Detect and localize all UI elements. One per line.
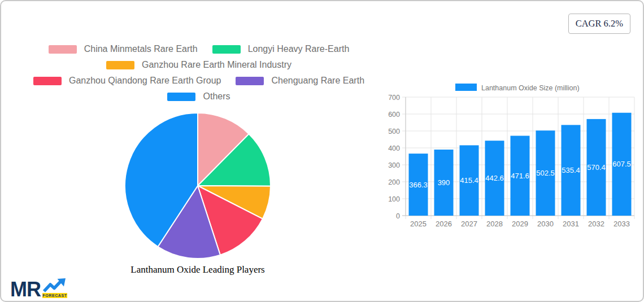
legend-label: China Minmetals Rare Earth: [84, 44, 198, 54]
legend-item: Ganzhou Qiandong Rare Earth Group: [33, 76, 221, 86]
report-chart-card: CAGR 6.2% China Minmetals Rare EarthLong…: [0, 0, 644, 302]
y-tick-label: 0: [396, 212, 400, 220]
bar-value-label: 535.4: [562, 166, 580, 174]
legend-swatch-icon: [236, 77, 264, 85]
bar-value-label: 390: [438, 178, 450, 187]
x-tick-label: 2031: [563, 220, 579, 228]
logo-badge: FORECAST: [42, 293, 67, 298]
bar-value-label: 366.3: [409, 181, 428, 189]
legend-row: China Minmetals Rare EarthLongyi Heavy R…: [7, 44, 391, 54]
x-tick-label: 2033: [613, 220, 630, 228]
cagr-badge: CAGR 6.2%: [568, 14, 630, 34]
y-tick-label: 500: [388, 128, 400, 135]
pie-chart: [124, 112, 272, 260]
legend-swatch-icon: [167, 93, 195, 101]
logo-text: MR: [10, 281, 41, 298]
legend-row: Ganzhou Rare Earth Mineral Industry: [7, 60, 391, 70]
legend-label: Ganzhou Rare Earth Mineral Industry: [142, 60, 291, 70]
legend-item: Others: [167, 91, 230, 102]
x-tick-label: 2027: [461, 220, 477, 228]
x-tick-label: 2025: [410, 220, 427, 228]
legend-swatch-icon: [33, 77, 62, 85]
bar-chart: Lanthanum Oxide Size (million)0100200300…: [383, 79, 644, 237]
bar-value-label: 570.4: [587, 163, 606, 172]
bar-legend-swatch-icon: [455, 84, 477, 91]
bar-value-label: 607.5: [612, 160, 631, 168]
pie-chart-title: Lanthanum Oxide Leading Players: [56, 264, 339, 275]
trend-arrow-icon: [43, 278, 67, 293]
legend-label: Longyi Heavy Rare-Earth: [248, 44, 350, 54]
bar-value-label: 442.6: [485, 174, 504, 182]
legend-row: Others: [7, 91, 391, 102]
y-tick-label: 400: [388, 145, 400, 152]
legend-row: Ganzhou Qiandong Rare Earth GroupChengua…: [7, 76, 391, 86]
y-tick-label: 300: [388, 161, 400, 169]
bar-legend-label: Lanthanum Oxide Size (million): [481, 84, 580, 92]
y-tick-label: 600: [388, 111, 400, 119]
legend-label: Chenguang Rare Earth: [271, 76, 364, 86]
x-tick-label: 2030: [537, 220, 554, 228]
y-tick-label: 700: [388, 94, 400, 102]
mr-forecast-logo: MR FORECAST: [10, 278, 67, 298]
legend-item: China Minmetals Rare Earth: [49, 44, 198, 54]
legend-item: Chenguang Rare Earth: [236, 76, 364, 86]
legend-swatch-icon: [49, 45, 77, 54]
legend-label: Others: [203, 91, 230, 102]
x-tick-label: 2032: [588, 220, 604, 228]
legend-item: Longyi Heavy Rare-Earth: [212, 44, 350, 54]
legend-label: Ganzhou Qiandong Rare Earth Group: [69, 76, 221, 86]
bar-value-label: 415.4: [460, 176, 478, 185]
y-tick-label: 100: [388, 195, 400, 203]
pie-legend: China Minmetals Rare EarthLongyi Heavy R…: [7, 44, 391, 102]
x-tick-label: 2029: [512, 220, 528, 228]
x-tick-label: 2026: [436, 220, 452, 228]
legend-swatch-icon: [106, 61, 134, 69]
bar-value-label: 502.5: [536, 169, 555, 177]
legend-swatch-icon: [212, 45, 241, 54]
x-tick-label: 2028: [486, 220, 503, 228]
y-tick-label: 200: [388, 178, 400, 186]
legend-item: Ganzhou Rare Earth Mineral Industry: [106, 60, 291, 70]
bar-value-label: 471.6: [511, 172, 529, 180]
